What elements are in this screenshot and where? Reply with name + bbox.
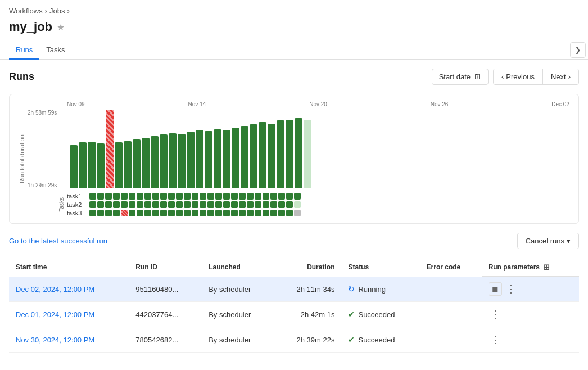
cell-duration: 2h 11m 34s bbox=[274, 277, 341, 302]
dot bbox=[184, 193, 191, 200]
bar-20 bbox=[241, 126, 248, 188]
dot bbox=[121, 201, 128, 208]
dot bbox=[184, 201, 191, 208]
start-date-button[interactable]: Start date 🗓 bbox=[432, 69, 489, 85]
dot bbox=[200, 193, 206, 200]
cell-launched: By scheduler bbox=[202, 277, 274, 302]
dot bbox=[129, 193, 135, 200]
status-badge: ✔ Succeeded bbox=[348, 310, 413, 319]
more-options-button[interactable]: ⋮ bbox=[489, 308, 502, 321]
col-status[interactable]: Status bbox=[341, 258, 419, 277]
dot bbox=[247, 193, 254, 200]
bar-1 bbox=[70, 145, 78, 188]
stop-icon-btn[interactable]: ◼ bbox=[489, 282, 502, 296]
col-run-id[interactable]: Run ID bbox=[129, 258, 202, 277]
dot bbox=[207, 193, 214, 200]
run-date-link[interactable]: Dec 02, 2024, 12:00 PM bbox=[16, 285, 94, 294]
run-date-link[interactable]: Nov 30, 2024, 12:00 PM bbox=[16, 336, 94, 344]
bar-24 bbox=[277, 120, 284, 188]
cell-start-time: Dec 02, 2024, 12:00 PM bbox=[9, 277, 129, 302]
dot bbox=[270, 193, 277, 200]
col-duration[interactable]: Duration bbox=[274, 258, 341, 277]
more-options-button[interactable]: ⋮ bbox=[489, 333, 502, 346]
dot bbox=[231, 210, 238, 216]
breadcrumb-sep1: › bbox=[45, 7, 47, 15]
status-badge: ↻ Running bbox=[348, 285, 413, 294]
dot bbox=[255, 201, 261, 208]
dot bbox=[207, 201, 214, 208]
bar-26 bbox=[295, 118, 302, 188]
star-icon[interactable]: ★ bbox=[57, 22, 65, 33]
dot bbox=[176, 210, 183, 216]
dot bbox=[152, 201, 159, 208]
previous-button[interactable]: ‹ Previous bbox=[494, 69, 543, 84]
dot bbox=[223, 193, 230, 200]
tab-runs[interactable]: Runs bbox=[9, 41, 39, 60]
bar-5-red bbox=[106, 110, 114, 188]
bar-23 bbox=[268, 124, 275, 188]
dot bbox=[105, 201, 112, 208]
bar-13 bbox=[178, 134, 186, 188]
breadcrumb: Workflows › Jobs › bbox=[0, 0, 588, 17]
dot bbox=[215, 210, 222, 216]
bar-14 bbox=[187, 132, 195, 188]
dot bbox=[247, 210, 254, 216]
dot bbox=[294, 210, 301, 216]
dot bbox=[255, 193, 261, 200]
previous-label: Previous bbox=[506, 73, 535, 81]
dot bbox=[176, 193, 183, 200]
grid-icon[interactable]: ⊞ bbox=[543, 263, 550, 272]
bar-17 bbox=[214, 129, 221, 188]
cancel-runs-button[interactable]: Cancel runs ▾ bbox=[517, 233, 579, 249]
breadcrumb-workflows[interactable]: Workflows bbox=[9, 7, 43, 15]
tab-tasks[interactable]: Tasks bbox=[39, 41, 71, 60]
col-error-code[interactable]: Error code bbox=[420, 258, 482, 277]
succeeded-icon: ✔ bbox=[348, 335, 355, 344]
bar-8 bbox=[133, 139, 141, 188]
latest-run-link[interactable]: Go to the latest successful run bbox=[9, 237, 107, 245]
run-date-link[interactable]: Dec 01, 2024, 12:00 PM bbox=[16, 310, 94, 319]
col-start-time[interactable]: Start time bbox=[9, 258, 129, 277]
status-text: Succeeded bbox=[358, 336, 395, 344]
cell-duration: 2h 39m 22s bbox=[274, 327, 341, 353]
dot bbox=[89, 201, 96, 208]
table-row: Nov 30, 2024, 12:00 PM 780542682... By s… bbox=[9, 327, 579, 353]
col-run-params[interactable]: Run parameters ⊞ bbox=[482, 258, 579, 277]
task1-label: task1 bbox=[67, 193, 89, 200]
dot bbox=[200, 210, 206, 216]
dot bbox=[89, 210, 96, 216]
bar-11 bbox=[160, 134, 168, 188]
bar-2 bbox=[79, 142, 87, 188]
dot bbox=[97, 193, 104, 200]
next-button[interactable]: Next › bbox=[543, 69, 578, 84]
breadcrumb-jobs[interactable]: Jobs bbox=[49, 7, 65, 15]
x-label-nov09: Nov 09 bbox=[67, 101, 85, 107]
runs-footer: Go to the latest successful run Cancel r… bbox=[9, 233, 579, 249]
dot bbox=[144, 210, 151, 216]
x-label-nov14: Nov 14 bbox=[188, 101, 206, 107]
task2-dots bbox=[89, 201, 301, 208]
start-date-label: Start date bbox=[439, 73, 471, 81]
dot bbox=[113, 193, 120, 200]
dot bbox=[286, 201, 293, 208]
cell-status: ✔ Succeeded bbox=[341, 327, 419, 353]
page-title: my_job bbox=[9, 20, 52, 34]
col-launched[interactable]: Launched bbox=[202, 258, 274, 277]
dot bbox=[294, 201, 301, 208]
dot bbox=[137, 193, 143, 200]
more-options-button[interactable]: ⋮ bbox=[504, 282, 518, 296]
dot bbox=[231, 201, 238, 208]
dot bbox=[168, 210, 175, 216]
breadcrumb-sep2: › bbox=[67, 7, 70, 15]
tasks-rows: task1 task2 bbox=[67, 193, 569, 216]
dot bbox=[278, 210, 285, 216]
tab-end-icon[interactable]: ❯ bbox=[570, 42, 586, 58]
bar-6 bbox=[115, 142, 123, 188]
dot bbox=[89, 193, 96, 200]
runs-table: Start time Run ID Launched Duration Stat… bbox=[9, 258, 579, 353]
dot bbox=[97, 201, 104, 208]
cancel-runs-label: Cancel runs bbox=[526, 237, 564, 245]
bar-12 bbox=[169, 133, 177, 188]
dot bbox=[231, 193, 238, 200]
bar-16 bbox=[205, 131, 212, 188]
